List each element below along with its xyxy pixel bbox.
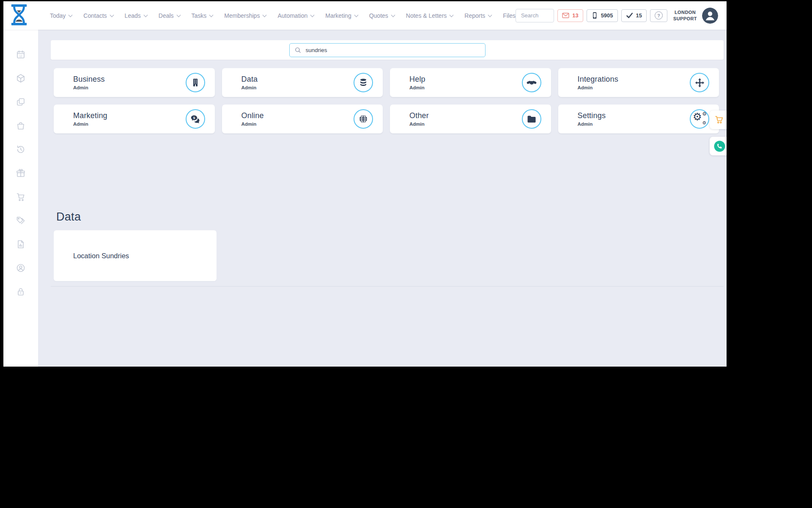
nav-item-today[interactable]: Today [50,12,72,19]
calendar-icon[interactable]: 12 [16,50,26,60]
main-content: BusinessAdmin DataAdmin HelpAdmin Integr… [38,30,727,367]
nav-item-deals[interactable]: Deals [159,12,180,19]
card-subtitle: Admin [409,85,425,90]
chevron-down-icon [110,13,114,17]
nav-item-quotes[interactable]: Quotes [369,12,395,19]
chevron-down-icon [450,13,454,17]
chevron-down-icon [263,13,267,17]
card-subtitle: Admin [578,85,618,90]
tasks-count: 15 [636,12,642,19]
nav-label: Marketing [325,12,351,19]
card-subtitle: Admin [578,121,606,127]
nav-label: Deals [159,12,174,19]
calls-badge[interactable]: 5905 [587,9,618,22]
category-card-other[interactable]: OtherAdmin [390,105,551,133]
global-search-input[interactable] [516,9,554,22]
chevron-down-icon [209,13,214,17]
result-label: Location Sundries [73,252,129,260]
category-card-marketing[interactable]: MarketingAdmin $ [54,105,215,133]
comments-dollar-icon: $ [186,109,205,129]
database-icon [354,73,373,92]
hourglass-logo-icon[interactable] [10,4,28,28]
gift-icon[interactable] [16,168,26,178]
tasks-badge[interactable]: 15 [621,9,647,22]
result-item-location-sundries[interactable]: Location Sundries [54,230,217,281]
nav-label: Contacts [83,12,107,19]
category-card-business[interactable]: BusinessAdmin [54,68,215,97]
chevron-down-icon [488,13,492,17]
floating-whatsapp-button[interactable] [710,137,727,155]
question-icon: ? [655,11,663,19]
avatar[interactable] [702,8,718,24]
gears-icon: ⚙⚙⚙ [690,109,709,129]
chevron-down-icon [143,13,148,17]
chevron-down-icon [176,13,181,17]
mobile-phone-icon [591,12,598,19]
svg-text:12: 12 [19,55,22,58]
nav-item-marketing[interactable]: Marketing [325,12,357,19]
results-section-heading: Data [56,210,81,224]
nav-label: Leads [125,12,141,19]
card-subtitle: Admin [241,85,258,90]
tags-icon[interactable] [16,215,26,226]
cart-icon[interactable] [16,192,26,202]
nav-item-files[interactable]: Files [503,12,516,19]
nav-label: Notes & Letters [406,12,447,19]
globe-icon [354,109,373,129]
card-subtitle: Admin [409,121,429,127]
messages-badge[interactable]: 13 [557,9,583,22]
nav-label: Memberships [224,12,260,19]
user-role: SUPPORT [673,16,697,22]
category-grid: BusinessAdmin DataAdmin HelpAdmin Integr… [54,68,719,133]
move-arrows-icon [690,73,709,92]
section-divider [51,286,724,287]
floating-cart-button[interactable] [710,110,727,129]
nav-item-reports[interactable]: Reports [464,12,491,19]
nav-label: Tasks [192,12,207,19]
category-card-online[interactable]: OnlineAdmin [222,105,383,133]
card-title: Settings [578,111,606,120]
calls-count: 5905 [601,12,613,19]
card-subtitle: Admin [241,121,264,127]
nav-item-leads[interactable]: Leads [125,12,147,19]
copy-icon[interactable] [16,97,26,107]
app-window: Today Contacts Leads Deals Tasks Members… [3,1,727,367]
top-header: Today Contacts Leads Deals Tasks Members… [3,1,727,30]
category-card-integrations[interactable]: IntegrationsAdmin [558,68,719,97]
category-card-help[interactable]: HelpAdmin [390,68,551,97]
search-icon [295,47,301,53]
package-icon[interactable] [16,73,26,83]
admin-search-input[interactable] [305,47,480,54]
account-icon[interactable] [16,263,26,273]
chevron-down-icon [69,13,73,17]
admin-search-panel [51,40,724,60]
chevron-down-icon [391,13,395,17]
user-name[interactable]: LONDON SUPPORT [673,9,697,22]
cart-icon [714,115,724,125]
lock-icon[interactable] [16,287,26,297]
nav-item-tasks[interactable]: Tasks [192,12,213,19]
nav-item-contacts[interactable]: Contacts [83,12,113,19]
nav-item-notes-letters[interactable]: Notes & Letters [406,12,453,19]
nav-label: Today [50,12,66,19]
left-sidebar: 12 [3,30,38,367]
history-icon[interactable] [16,144,26,155]
report-icon[interactable] [16,239,26,249]
help-button[interactable]: ? [650,9,667,22]
svg-text:$: $ [193,116,195,119]
whatsapp-icon [714,141,725,152]
admin-search-box [289,43,486,57]
main-nav: Today Contacts Leads Deals Tasks Members… [50,12,516,19]
bag-icon[interactable] [16,121,26,131]
nav-item-automation[interactable]: Automation [277,12,314,19]
card-title: Other [409,111,429,120]
nav-item-memberships[interactable]: Memberships [224,12,266,19]
card-title: Help [409,75,425,84]
nav-label: Quotes [369,12,388,19]
user-location: LONDON [673,9,697,15]
card-subtitle: Admin [73,121,107,127]
category-card-settings[interactable]: SettingsAdmin ⚙⚙⚙ [558,105,719,133]
category-card-data[interactable]: DataAdmin [222,68,383,97]
nav-label: Reports [464,12,485,19]
nav-label: Automation [277,12,307,19]
